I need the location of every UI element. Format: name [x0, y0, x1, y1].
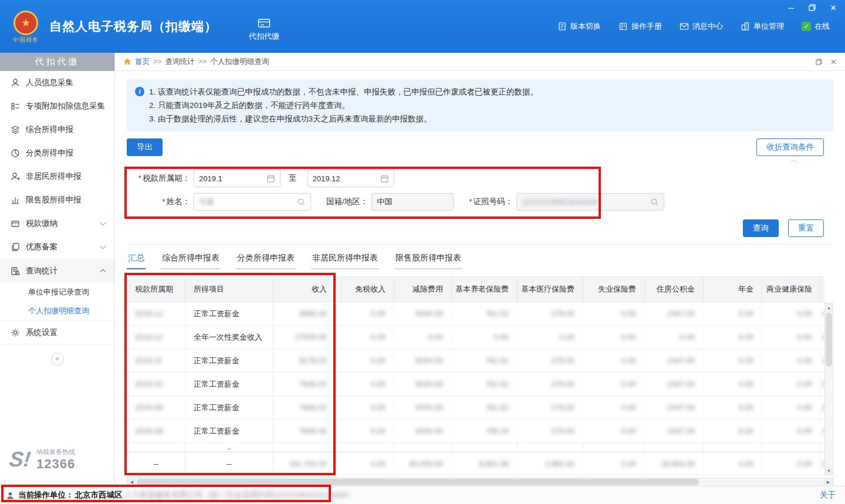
- sidebar-item-tax-payment[interactable]: 税款缴纳: [0, 212, 114, 235]
- header-menu: 版本切换 操作手册 消息中心 单位管理 ✓: [557, 21, 845, 32]
- calendar-icon[interactable]: [266, 174, 275, 183]
- table-header-row: 税款所属期所得项目收入免税收入减除费用基本养老保险费基本医疗保险费失业保险费住房…: [127, 276, 824, 302]
- table-cell: 761.52: [452, 302, 518, 325]
- table-row[interactable]: ..: [127, 443, 824, 452]
- sidebar-item-classified-income[interactable]: 分类所得申报: [0, 141, 114, 165]
- about-link[interactable]: 关于: [820, 490, 836, 500]
- module-tab-label: 代扣代缴: [249, 31, 279, 42]
- table-cell: 0.00: [336, 349, 394, 372]
- menu-item-version-switch[interactable]: 版本切换: [557, 21, 601, 32]
- collapse-caret-icon: [790, 159, 798, 167]
- collapse-query-button[interactable]: 收折查询条件: [756, 138, 824, 156]
- sidebar-item-comprehensive-income[interactable]: 综合所得申报: [0, 118, 114, 141]
- table-cell: 2,960.40: [518, 452, 583, 475]
- main-panel: 首页 >> 查询统计 >> 个人扣缴明细查询 ✕ i 1. 该查询统计表仅能查询…: [115, 53, 845, 486]
- table-cell: 2019-12: [127, 326, 185, 349]
- tab-comprehensive-income[interactable]: 综合所得申报表: [161, 251, 221, 269]
- period-start-input[interactable]: 2019.1: [194, 170, 280, 187]
- id-number-input[interactable]: 110102199903040506: [516, 193, 664, 211]
- reset-button[interactable]: 重置: [788, 219, 824, 237]
- period-start-value: 2019.1: [199, 174, 266, 183]
- menu-item-message-center[interactable]: 消息中心: [680, 21, 723, 32]
- result-tabs: 汇总 综合所得申报表 分类所得申报表 非居民所得申报表 限售股所得申报表: [127, 251, 833, 269]
- table-cell: [645, 443, 704, 451]
- withholding-card-icon: [258, 17, 271, 29]
- sidebar-subitem-personal-withholding-detail-query[interactable]: 个人扣缴明细查询: [0, 302, 114, 321]
- calendar-icon[interactable]: [380, 174, 389, 183]
- sidebar-item-label: 分类所得申报: [26, 148, 73, 158]
- table-cell: ..: [185, 443, 273, 451]
- table-cell: 2019-12: [127, 302, 185, 325]
- building-icon: [741, 22, 750, 31]
- vertical-scroll-thumb[interactable]: [826, 313, 832, 367]
- sidebar-item-system-settings[interactable]: 系统设置: [0, 321, 114, 344]
- column-header: 商业健康保险: [762, 277, 821, 302]
- sidebar-item-personnel-info[interactable]: 人员信息采集: [0, 71, 114, 94]
- table-cell: 0.00: [762, 452, 821, 475]
- table-row[interactable]: 2019-11正常工资薪金9178.000.005000.00761.52279…: [127, 349, 824, 373]
- breadcrumb-separator: >>: [153, 57, 162, 66]
- table-row[interactable]: 2019-08正常工资薪金7645.000.005000.00798.24279…: [127, 420, 824, 443]
- table-row[interactable]: 2019-12正常工资薪金9985.000.005000.00761.52279…: [127, 302, 824, 326]
- search-icon[interactable]: [297, 198, 306, 207]
- table-cell: 0.00: [762, 373, 821, 395]
- sidebar-collapse-button[interactable]: «: [51, 353, 64, 366]
- table-cell: 9178.00: [273, 349, 336, 372]
- table-cell: 0.00: [394, 326, 452, 349]
- sidebar-item-query-statistics[interactable]: 查询统计: [0, 259, 114, 282]
- name-input[interactable]: 马某: [194, 193, 311, 211]
- query-form: *税款所属期： 2019.1 至 2019.12 *姓名： 马某: [127, 169, 833, 211]
- minimize-icon[interactable]: ─: [786, 4, 796, 12]
- panel-restore-icon[interactable]: [816, 59, 822, 65]
- table-cell: 0.00: [336, 302, 394, 325]
- menu-label: 消息中心: [692, 21, 723, 32]
- sidebar-item-label: 查询统计: [26, 266, 58, 276]
- scroll-left-icon[interactable]: ◀: [127, 478, 136, 486]
- panel-close-icon[interactable]: ✕: [830, 57, 837, 66]
- table-cell: 279.00: [518, 373, 583, 395]
- column-header: 税款所属期: [127, 277, 185, 302]
- sidebar-subitem-unit-declaration-query[interactable]: 单位申报记录查询: [0, 282, 114, 302]
- table-cell: 761.52: [452, 349, 518, 372]
- menu-item-unit-management[interactable]: 单位管理: [741, 21, 784, 32]
- tab-nonresident-income[interactable]: 非居民所得申报表: [311, 251, 379, 269]
- sidebar-item-restricted-stock[interactable]: 限售股所得申报: [0, 188, 114, 212]
- nationality-input[interactable]: 中国: [371, 193, 454, 211]
- table-row[interactable]: 2019-09正常工资薪金7645.000.005000.00761.52279…: [127, 396, 824, 420]
- tab-restricted-stock[interactable]: 限售股所得申报表: [394, 251, 462, 269]
- table-row[interactable]: 2019-10正常工资薪金7645.000.005000.00761.52279…: [127, 373, 824, 396]
- table-cell: 761.52: [452, 396, 518, 419]
- close-icon[interactable]: ✕: [829, 4, 838, 12]
- restore-icon[interactable]: [807, 4, 817, 12]
- menu-item-manual[interactable]: 操作手册: [618, 21, 662, 32]
- tab-summary[interactable]: 汇总: [127, 251, 146, 269]
- scroll-right-icon[interactable]: ▶: [824, 478, 833, 486]
- breadcrumb-home-link[interactable]: 首页: [135, 57, 150, 67]
- table-cell: 2347.00: [645, 302, 704, 325]
- sidebar-item-label: 系统设置: [26, 327, 58, 338]
- table-row[interactable]: ----161,743.000.0060,000.008,991.362,960…: [127, 452, 824, 475]
- period-end-input[interactable]: 2019.12: [307, 170, 394, 187]
- vertical-scrollbar[interactable]: ▲ ▼: [824, 303, 833, 475]
- scroll-up-icon[interactable]: ▲: [825, 303, 833, 312]
- tab-classified-income[interactable]: 分类所得申报表: [236, 251, 296, 269]
- horizontal-scroll-thumb[interactable]: [137, 479, 699, 485]
- table-row[interactable]: 2019-12全年一次性奖金收入27500.000.000.000.000.00…: [127, 326, 824, 349]
- operator-person-icon: [6, 491, 15, 500]
- table-cell: --: [185, 452, 273, 475]
- sidebar-item-special-deduction[interactable]: 专项附加扣除信息采集: [0, 94, 114, 118]
- query-button[interactable]: 查询: [743, 219, 779, 237]
- scroll-down-icon[interactable]: ▼: [825, 466, 833, 475]
- sidebar-item-preferential-filing[interactable]: 优惠备案: [0, 235, 114, 259]
- table-cell: [336, 443, 394, 451]
- export-button[interactable]: 导出: [127, 138, 163, 156]
- horizontal-scrollbar[interactable]: ◀ ▶: [127, 478, 833, 486]
- sidebar-item-nonresident-income[interactable]: 非居民所得申报: [0, 165, 114, 188]
- table-cell: 5000.00: [394, 420, 452, 442]
- table-cell: 0.00: [762, 326, 821, 349]
- menu-item-online-status[interactable]: ✓ 在线: [802, 21, 830, 32]
- version-doc-icon: [557, 22, 567, 31]
- table-cell: 2019-08: [127, 420, 185, 442]
- search-icon[interactable]: [650, 198, 659, 207]
- module-tab-withholding[interactable]: 代扣代缴: [249, 17, 279, 42]
